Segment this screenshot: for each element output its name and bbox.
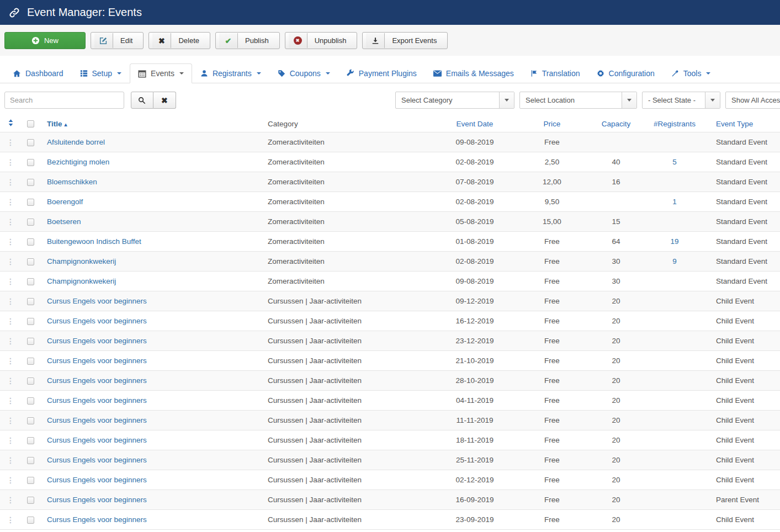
sort-by-price-link[interactable]: Price [544, 120, 561, 128]
sort-by-registrants-link[interactable]: #Registrants [654, 120, 696, 128]
row-checkbox[interactable] [27, 377, 34, 385]
drag-handle-icon[interactable]: ⋮ [7, 337, 14, 345]
row-checkbox[interactable] [27, 298, 34, 305]
event-title-link[interactable]: Cursus Engels voor beginners [47, 456, 147, 464]
row-checkbox[interactable] [27, 139, 34, 146]
event-title-link[interactable]: Cursus Engels voor beginners [47, 337, 147, 345]
event-title-link[interactable]: Cursus Engels voor beginners [47, 515, 147, 524]
event-title-link[interactable]: Cursus Engels voor beginners [47, 297, 147, 305]
event-title-link[interactable]: Cursus Engels voor beginners [47, 476, 147, 484]
category-select[interactable]: Select Category [395, 92, 514, 109]
sort-by-date-link[interactable]: Event Date [457, 120, 494, 128]
event-title-link[interactable]: Boetseren [47, 217, 81, 226]
nav-tab-coupons[interactable]: Coupons [269, 63, 338, 83]
drag-handle-icon[interactable]: ⋮ [7, 138, 14, 147]
event-date: 02-08-2019 [455, 158, 494, 166]
registrants-count-link[interactable]: 5 [672, 158, 677, 166]
state-select[interactable]: - Select State - [642, 92, 720, 109]
nav-tab-translation[interactable]: Translation [522, 63, 588, 83]
search-clear-button[interactable]: ✖ [153, 92, 176, 109]
new-button[interactable]: New [4, 32, 86, 49]
select-caret-icon[interactable] [622, 92, 636, 108]
event-title-link[interactable]: Bloemschikken [47, 178, 97, 186]
ordering-sort-button[interactable] [8, 119, 13, 126]
event-title-link[interactable]: Buitengewoon Indisch Buffet [47, 237, 141, 246]
drag-handle-icon[interactable]: ⋮ [7, 158, 14, 167]
drag-handle-icon[interactable]: ⋮ [7, 456, 14, 465]
event-date: 21-10-2019 [455, 357, 494, 365]
row-checkbox[interactable] [27, 338, 34, 345]
drag-handle-icon[interactable]: ⋮ [7, 257, 14, 266]
drag-handle-icon[interactable]: ⋮ [7, 476, 14, 485]
row-checkbox[interactable] [27, 477, 34, 484]
publish-button[interactable]: ✔ Publish [215, 32, 280, 49]
drag-handle-icon[interactable]: ⋮ [7, 317, 14, 326]
row-checkbox[interactable] [27, 457, 34, 464]
drag-handle-icon[interactable]: ⋮ [7, 357, 14, 365]
drag-handle-icon[interactable]: ⋮ [7, 416, 14, 425]
event-title-link[interactable]: Champignonkwekerij [47, 257, 116, 265]
nav-tab-registrants[interactable]: Registrants [192, 63, 269, 83]
select-all-checkbox[interactable] [27, 120, 34, 127]
row-checkbox[interactable] [27, 318, 34, 325]
unpublish-button[interactable]: ✖ Unpublish [285, 32, 358, 49]
event-title-link[interactable]: Afsluitende borrel [47, 138, 105, 146]
search-submit-button[interactable] [131, 92, 153, 109]
event-title-link[interactable]: Cursus Engels voor beginners [47, 416, 147, 424]
select-caret-icon[interactable] [705, 92, 720, 108]
row-checkbox[interactable] [27, 258, 34, 265]
drag-handle-icon[interactable]: ⋮ [7, 297, 14, 306]
drag-handle-icon[interactable]: ⋮ [7, 496, 14, 504]
delete-button[interactable]: ✖ Delete [148, 32, 210, 49]
event-title-link[interactable]: Cursus Engels voor beginners [47, 317, 147, 325]
drag-handle-icon[interactable]: ⋮ [7, 178, 14, 187]
sort-by-title-link[interactable]: Title▴ [47, 120, 67, 128]
drag-handle-icon[interactable]: ⋮ [7, 436, 14, 445]
sort-by-type-link[interactable]: Event Type [716, 120, 753, 128]
nav-tab-emails-messages[interactable]: Emails & Messages [425, 63, 522, 83]
sort-by-capacity-link[interactable]: Capacity [602, 120, 631, 128]
edit-button[interactable]: Edit [91, 32, 144, 49]
row-checkbox[interactable] [27, 517, 34, 524]
drag-handle-icon[interactable]: ⋮ [7, 237, 14, 246]
drag-handle-icon[interactable]: ⋮ [7, 198, 14, 206]
event-title-link[interactable]: Cursus Engels voor beginners [47, 436, 147, 444]
event-title-link[interactable]: Boerengolf [47, 198, 83, 206]
nav-tab-payment-plugins[interactable]: Payment Plugins [338, 63, 425, 83]
select-caret-icon[interactable] [499, 92, 514, 108]
row-checkbox[interactable] [27, 199, 34, 206]
row-checkbox[interactable] [27, 179, 34, 186]
drag-handle-icon[interactable]: ⋮ [7, 277, 14, 286]
search-input[interactable] [4, 92, 124, 109]
event-title-link[interactable]: Bezichtiging molen [47, 158, 109, 166]
registrants-count-link[interactable]: 19 [670, 237, 678, 246]
row-checkbox[interactable] [27, 497, 34, 504]
nav-tab-configuration[interactable]: Configuration [588, 63, 663, 83]
registrants-count-link[interactable]: 1 [672, 198, 677, 206]
row-checkbox[interactable] [27, 437, 34, 444]
row-checkbox[interactable] [27, 417, 34, 424]
event-title-link[interactable]: Cursus Engels voor beginners [47, 376, 147, 385]
nav-tab-events[interactable]: Events [130, 63, 192, 83]
drag-handle-icon[interactable]: ⋮ [7, 217, 14, 226]
nav-tab-tools[interactable]: Tools [663, 63, 719, 83]
location-select[interactable]: Select Location [519, 92, 637, 109]
export-events-button[interactable]: Export Events [362, 32, 448, 49]
event-title-link[interactable]: Cursus Engels voor beginners [47, 396, 147, 405]
event-title-link[interactable]: Cursus Engels voor beginners [47, 357, 147, 365]
drag-handle-icon[interactable]: ⋮ [7, 515, 14, 524]
nav-tab-setup[interactable]: Setup [72, 63, 130, 83]
row-checkbox[interactable] [27, 397, 34, 405]
drag-handle-icon[interactable]: ⋮ [7, 376, 14, 385]
event-title-link[interactable]: Cursus Engels voor beginners [47, 496, 147, 504]
row-checkbox[interactable] [27, 159, 34, 166]
row-checkbox[interactable] [27, 219, 34, 226]
registrants-count-link[interactable]: 9 [672, 257, 677, 265]
row-checkbox[interactable] [27, 278, 34, 285]
access-select[interactable]: Show All Access [725, 92, 780, 109]
row-checkbox[interactable] [27, 358, 34, 365]
row-checkbox[interactable] [27, 238, 34, 246]
drag-handle-icon[interactable]: ⋮ [7, 396, 14, 405]
nav-tab-dashboard[interactable]: Dashboard [4, 63, 72, 83]
event-title-link[interactable]: Champignonkwekerij [47, 277, 116, 285]
